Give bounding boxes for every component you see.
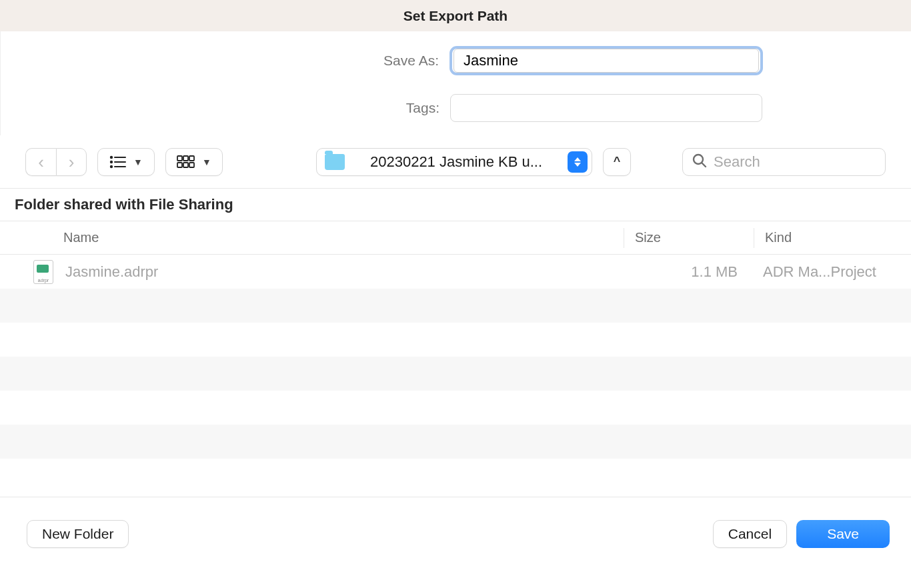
empty-row [0, 357, 911, 391]
column-headers: Name Size Kind [0, 221, 911, 255]
folder-icon [325, 154, 345, 170]
chevron-right-icon: › [69, 153, 75, 171]
save-as-row: Save As: [149, 46, 763, 75]
svg-rect-6 [177, 156, 182, 161]
window-title: Set Export Path [403, 8, 508, 24]
file-name: Jasmine.adrpr [65, 263, 622, 281]
save-button[interactable]: Save [796, 520, 890, 548]
save-as-input[interactable] [453, 49, 759, 73]
document-icon: adrpr [33, 260, 53, 284]
column-name-header[interactable]: Name [0, 230, 624, 245]
search-box[interactable] [682, 148, 886, 176]
tags-row: Tags: [149, 94, 762, 122]
svg-line-13 [702, 163, 706, 167]
empty-row [0, 459, 911, 493]
empty-row [0, 391, 911, 425]
svg-rect-8 [189, 156, 194, 161]
tags-label: Tags: [149, 100, 439, 116]
view-list-button[interactable]: ▼ [97, 148, 155, 176]
folder-info-text: Folder shared with File Sharing [15, 196, 233, 213]
path-popup-button[interactable]: 20230221 Jasmine KB u... [316, 148, 592, 176]
chevron-left-icon: ‹ [38, 153, 44, 171]
file-size: 1.1 MB [622, 263, 752, 281]
back-button[interactable]: ‹ [25, 148, 56, 176]
save-as-focus-ring [449, 46, 763, 75]
column-kind-header[interactable]: Kind [754, 228, 911, 248]
current-folder-label: 20230221 Jasmine KB u... [351, 153, 561, 171]
view-grid-button[interactable]: ▼ [165, 148, 223, 176]
cancel-button[interactable]: Cancel [713, 520, 787, 548]
search-input[interactable] [714, 153, 897, 171]
tags-input[interactable] [450, 94, 762, 122]
grid-view-icon [177, 155, 195, 169]
nav-group: ‹ › [25, 148, 87, 176]
svg-rect-9 [177, 163, 182, 167]
svg-rect-7 [183, 156, 188, 161]
svg-point-2 [111, 161, 112, 162]
popup-stepper-icon [568, 151, 588, 173]
browser-toolbar: ‹ › ▼ ▼ 20230221 Jasmine KB u... ^ [0, 135, 911, 189]
chevron-down-icon: ▼ [133, 157, 143, 167]
chevron-up-icon: ^ [614, 155, 621, 169]
search-icon [692, 153, 707, 171]
save-form: Save As: Tags: [0, 31, 911, 135]
folder-info-bar: Folder shared with File Sharing [0, 189, 911, 221]
file-list: adrpr Jasmine.adrpr 1.1 MB ADR Ma...Proj… [0, 255, 911, 497]
save-as-label: Save As: [149, 53, 439, 69]
dialog-footer: New Folder Cancel Save [0, 497, 911, 570]
svg-rect-10 [183, 163, 188, 167]
empty-row [0, 425, 911, 459]
svg-point-0 [111, 156, 112, 157]
list-view-icon [109, 155, 127, 169]
empty-row [0, 323, 911, 357]
parent-folder-button[interactable]: ^ [603, 148, 631, 176]
column-size-header[interactable]: Size [624, 228, 754, 248]
svg-point-4 [111, 165, 112, 167]
file-kind: ADR Ma...Project [752, 263, 911, 281]
new-folder-button[interactable]: New Folder [27, 520, 129, 548]
forward-button[interactable]: › [56, 148, 87, 176]
titlebar: Set Export Path [0, 0, 911, 31]
chevron-down-icon: ▼ [202, 157, 211, 167]
file-row[interactable]: adrpr Jasmine.adrpr 1.1 MB ADR Ma...Proj… [0, 255, 911, 289]
empty-row [0, 289, 911, 323]
svg-rect-11 [189, 163, 194, 167]
